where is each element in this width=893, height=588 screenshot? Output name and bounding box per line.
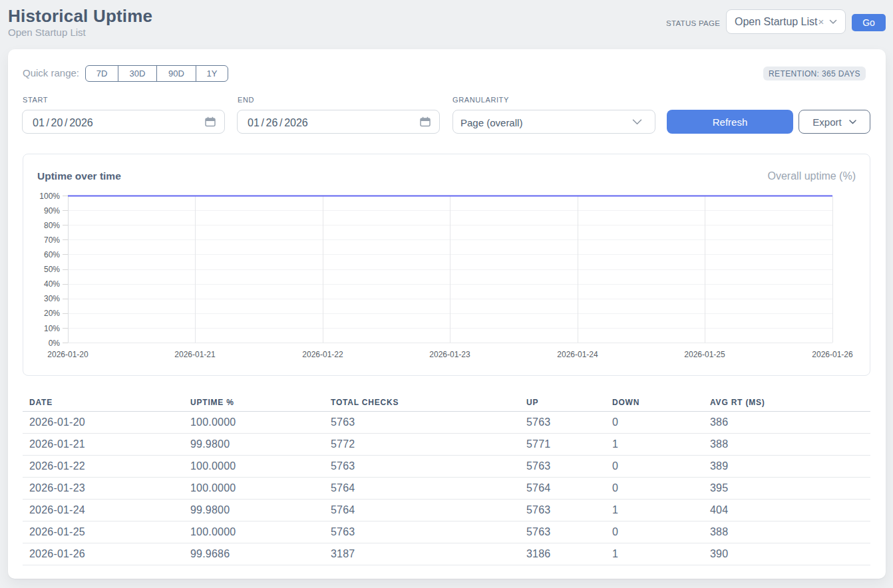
svg-text:60%: 60% <box>44 250 60 259</box>
svg-text:80%: 80% <box>44 221 60 230</box>
svg-text:2026-01-26: 2026-01-26 <box>812 350 853 359</box>
svg-text:2026-01-21: 2026-01-21 <box>174 350 216 359</box>
svg-text:40%: 40% <box>44 279 60 289</box>
svg-text:2026-01-25: 2026-01-25 <box>684 350 725 359</box>
svg-text:20%: 20% <box>44 309 60 318</box>
svg-text:2026-01-22: 2026-01-22 <box>302 350 343 359</box>
svg-text:70%: 70% <box>44 235 60 245</box>
svg-text:0%: 0% <box>49 339 61 348</box>
svg-text:2026-01-24: 2026-01-24 <box>557 350 598 359</box>
svg-text:50%: 50% <box>44 265 60 274</box>
svg-text:100%: 100% <box>39 192 60 201</box>
svg-text:90%: 90% <box>44 206 60 216</box>
svg-text:2026-01-23: 2026-01-23 <box>429 350 470 359</box>
svg-text:2026-01-20: 2026-01-20 <box>47 350 89 359</box>
svg-text:10%: 10% <box>44 324 60 333</box>
svg-text:30%: 30% <box>44 294 60 303</box>
